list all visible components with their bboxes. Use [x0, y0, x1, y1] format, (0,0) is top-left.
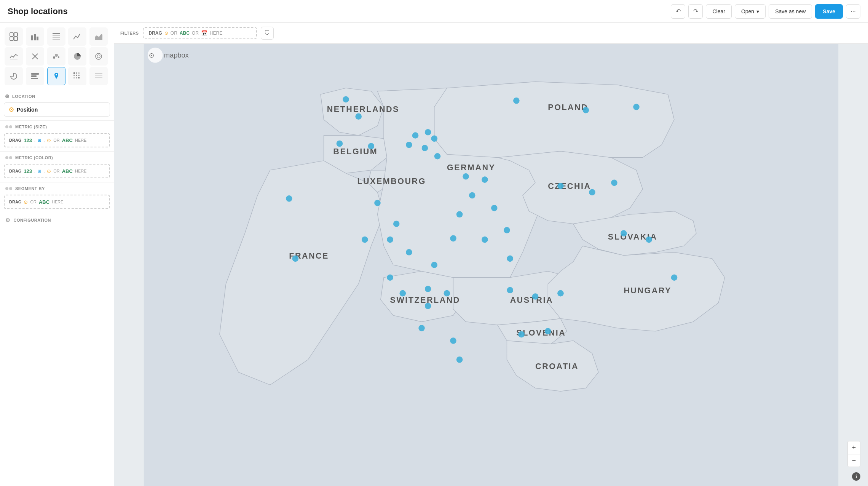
chart-type-scatter[interactable]: [26, 47, 44, 66]
shop-dot: [431, 135, 437, 142]
filter-options-button[interactable]: ⛉: [261, 27, 274, 40]
abc-tag-3: ABC: [39, 199, 49, 205]
shop-dot: [463, 173, 469, 180]
configuration-label: CONFIGURATION: [14, 218, 51, 222]
save-as-new-button[interactable]: Save as new: [769, 4, 812, 19]
germany-label: GERMANY: [447, 163, 496, 172]
filters-bar: FILTERS DRAG ⊙ OR ABC OR 📅 HERE ⛉: [114, 23, 868, 44]
chart-type-pivot[interactable]: [47, 27, 65, 46]
segment-by-drop-zone[interactable]: DRAG ⊙ OR ABC HERE: [4, 195, 110, 209]
svg-rect-4: [31, 35, 33, 40]
croatia-label: CROATIA: [535, 361, 579, 371]
shop-dot: [406, 249, 412, 256]
segment-by-label: SEGMENT BY: [15, 186, 45, 191]
filter-orange-icon: ⊙: [164, 30, 168, 36]
chart-type-line[interactable]: [68, 27, 86, 46]
undo-button[interactable]: ↶: [671, 4, 685, 19]
shop-dot: [482, 237, 488, 243]
123-tag-2: 123: [24, 168, 32, 174]
or-text-3: OR: [30, 200, 37, 204]
austria-label: AUSTRIA: [510, 295, 553, 305]
zoom-out-button[interactable]: −: [847, 454, 860, 467]
chart-type-trend[interactable]: [5, 47, 23, 66]
map-container[interactable]: .country { fill: #dce2e8; stroke: #b0b8c…: [114, 44, 868, 486]
shop-dot: [469, 192, 475, 199]
here-text-3: HERE: [52, 200, 64, 204]
header: Shop locations ↶ ↷ Clear Open ▾ Save as …: [0, 0, 868, 23]
filter-or2: OR: [192, 30, 199, 36]
chart-type-row[interactable]: [26, 67, 44, 85]
filter-drop-zone[interactable]: DRAG ⊙ OR ABC OR 📅 HERE: [143, 27, 257, 39]
position-field[interactable]: ⊙ Position: [4, 102, 110, 117]
gear-icon: ⚙: [5, 217, 11, 223]
shop-dot: [406, 142, 412, 148]
shop-dot: [422, 145, 428, 151]
shop-dot: [431, 262, 437, 268]
chart-type-detail[interactable]: [89, 67, 108, 85]
clear-button[interactable]: Clear: [706, 4, 731, 19]
chart-type-progress[interactable]: [5, 67, 23, 85]
chart-type-pie[interactable]: [68, 47, 86, 66]
svg-rect-24: [73, 72, 75, 74]
chart-type-heatmap[interactable]: [68, 67, 86, 85]
metric-size-orange-icon: ⊙: [47, 137, 51, 143]
svg-rect-10: [53, 39, 60, 40]
shop-dot: [582, 107, 589, 114]
page-title: Shop locations: [8, 6, 68, 16]
configuration-section[interactable]: ⚙ CONFIGURATION: [0, 213, 114, 227]
redo-button[interactable]: ↷: [688, 4, 703, 19]
drag-keyword-2: DRAG: [9, 169, 21, 173]
metric-color-drop-zone[interactable]: DRAG 123 , ⊞ , ⊙ OR ABC HERE: [4, 164, 110, 178]
comma1: ,: [34, 138, 35, 142]
grid-icon: ⊞: [38, 138, 41, 143]
save-button[interactable]: Save: [815, 4, 843, 19]
metric-color-section: METRIC (COLOR) DRAG 123 , ⊞ , ⊙ OR ABC H…: [0, 152, 114, 182]
filter-or1: OR: [171, 30, 177, 36]
shop-dot: [482, 176, 488, 183]
svg-rect-20: [31, 73, 39, 75]
zoom-in-button[interactable]: +: [847, 441, 860, 454]
or-text-1: OR: [53, 138, 60, 142]
chart-type-bar[interactable]: [26, 27, 44, 46]
shop-dot: [532, 293, 539, 300]
shop-dot: [518, 331, 525, 338]
more-options-button[interactable]: ···: [846, 4, 860, 19]
netherlands-label: NETHERLANDS: [327, 104, 399, 114]
svg-text:⊙: ⊙: [149, 52, 154, 59]
segment-by-section: SEGMENT BY DRAG ⊙ OR ABC HERE: [0, 182, 114, 213]
shop-dot: [671, 274, 678, 281]
svg-rect-22: [31, 78, 38, 79]
open-button[interactable]: Open ▾: [735, 4, 766, 19]
svg-text:mapbox: mapbox: [164, 51, 189, 59]
svg-rect-2: [10, 37, 13, 40]
metric-size-drop-zone[interactable]: DRAG 123 , ⊞ , ⊙ OR ABC HERE: [4, 133, 110, 147]
chart-type-table[interactable]: [5, 27, 23, 46]
chart-type-funnel[interactable]: [89, 47, 108, 66]
filters-label: FILTERS: [120, 31, 139, 35]
chart-type-scatter2[interactable]: [47, 47, 65, 66]
shop-dot: [491, 205, 498, 211]
location-dot-icon: [5, 94, 9, 98]
shop-dot: [412, 132, 419, 139]
switzerland-label: SWITZERLAND: [390, 295, 460, 305]
svg-rect-0: [10, 33, 13, 36]
svg-rect-32: [78, 77, 80, 78]
shop-dot: [450, 337, 456, 344]
filter-calendar-icon: 📅: [201, 30, 207, 36]
shop-dot: [545, 328, 551, 334]
shop-dot: [621, 230, 627, 237]
shop-dot: [387, 237, 393, 243]
shop-dot: [425, 286, 431, 292]
svg-point-19: [97, 55, 100, 58]
chart-type-map[interactable]: [47, 67, 65, 85]
shop-dot: [425, 303, 431, 309]
shop-dot: [646, 237, 652, 243]
svg-rect-8: [53, 35, 60, 36]
map-info-button[interactable]: ℹ: [852, 472, 860, 481]
chart-type-area[interactable]: [89, 27, 108, 46]
position-label: Position: [17, 107, 38, 113]
metric-size-dot-icon: [5, 125, 12, 128]
svg-point-17: [58, 56, 59, 58]
filter-drag-keyword: DRAG: [149, 30, 162, 36]
shop-dot: [425, 129, 431, 136]
